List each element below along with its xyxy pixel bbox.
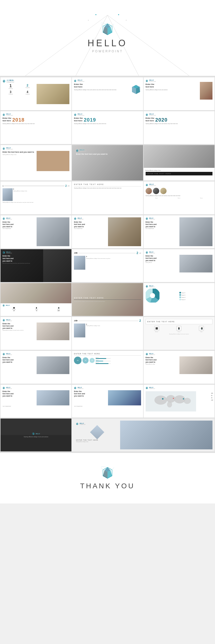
slide-30[interactable]: HELLO POWERPOINT 200 60 40 139 bbox=[144, 385, 214, 418]
step-3-label: 3 bbox=[86, 256, 141, 257]
slide-8[interactable]: HELLO POWERPOINT Enter the text here and… bbox=[72, 145, 143, 180]
enter-text-20: ENTER THE TEXT HERE bbox=[74, 297, 141, 300]
slide-32[interactable]: HELLO POWERPOINT ENTER THE TEXT HERE Sta… bbox=[72, 419, 214, 451]
icon-phone-24: 📱 bbox=[176, 326, 181, 331]
svg-point-5 bbox=[95, 14, 96, 15]
brand-sub-3: POWERPOINT bbox=[149, 81, 156, 82]
slide-16[interactable]: HELLO POWERPOINT Enter thetext here andy… bbox=[1, 249, 71, 282]
svg-marker-54 bbox=[146, 185, 147, 186]
thank-you-slide: THANK YOU bbox=[0, 453, 215, 503]
slide-27[interactable]: HELLO POWERPOINT Enter thetext here andy… bbox=[144, 351, 214, 384]
svg-point-118 bbox=[173, 398, 174, 399]
slide-thumb[interactable]: 入力项目1 POWERPOINT 1 产品介绍 2 产品介绍 3 bbox=[1, 77, 71, 110]
slide-body-9: Starting different college of arts bbox=[145, 170, 213, 171]
gem-icon-30 bbox=[146, 387, 148, 389]
slide-29[interactable]: HELLO POWERPOINT Enter thetext here andy… bbox=[72, 385, 143, 418]
gem-icon-18 bbox=[146, 251, 148, 254]
body-28: TEXT POWERPOINT bbox=[3, 406, 69, 407]
pie-chart-21 bbox=[146, 289, 159, 303]
year-2020: 2020 bbox=[155, 117, 168, 122]
svg-marker-19 bbox=[3, 81, 4, 82]
brand-sub-7: POWERPOINT bbox=[6, 149, 13, 150]
step-num-4: 4 bbox=[3, 185, 3, 187]
svg-line-14 bbox=[112, 24, 114, 26]
slide-11[interactable]: ENTER THE TEXT HERE Starting different c… bbox=[72, 181, 143, 214]
slide-9[interactable]: Starting different college of arts ENTER… bbox=[144, 145, 214, 180]
slide-25[interactable]: HELLO POWERPOINT Enter thetext here andy… bbox=[1, 351, 71, 384]
svg-line-132 bbox=[101, 466, 107, 467]
room-img-22 bbox=[37, 323, 70, 340]
slide-thumb-3[interactable]: HELLO POWERPOINT Enter thetext here Star… bbox=[144, 77, 214, 110]
slides-grid-7: HELLO ⬛ Desktop 24 📱 Phone 72 📲 Tablet 1… bbox=[0, 283, 215, 316]
slide-title-7: Enter the text here and you want to bbox=[3, 151, 36, 153]
slide-14[interactable]: HELLO POWERPOINT Enter thetext here andy… bbox=[72, 215, 143, 248]
title-15: Enter thetext here andyou want to bbox=[146, 221, 179, 228]
step-label-2: 产品介绍 bbox=[25, 87, 30, 88]
slide-12[interactable]: HELLO POWERPOINT Starting different coll… bbox=[144, 181, 214, 214]
laptop-img-15 bbox=[179, 217, 212, 246]
slide-18[interactable]: HELLO POWERPOINT Enter thetext here andy… bbox=[144, 249, 214, 282]
icon-tablet-24: 📲 bbox=[199, 326, 204, 331]
gem-icon-19 bbox=[3, 304, 5, 307]
slide-31[interactable]: HELLO Starting different college of arts… bbox=[1, 419, 71, 451]
slide-image bbox=[37, 84, 70, 104]
svg-point-114 bbox=[167, 401, 172, 407]
slide-5[interactable]: HELLO POWERPOINT Enter thetext here 2019… bbox=[72, 111, 143, 144]
svg-point-7 bbox=[88, 20, 89, 21]
svg-marker-22 bbox=[75, 80, 76, 82]
slide-17[interactable]: 步骤4 2 步骤 3 Starting different college of… bbox=[72, 249, 143, 282]
slide-15[interactable]: HELLO POWERPOINT Enter thetext here andy… bbox=[144, 215, 214, 248]
slide-body-12: Starting different college of arts and s… bbox=[146, 195, 212, 196]
slide-10[interactable]: 4 2 步骤 3 Starting different college of a… bbox=[1, 181, 71, 214]
enter-text-24: ENTER THE TEXT HERE bbox=[147, 321, 211, 323]
col-1: Name bbox=[146, 197, 168, 199]
svg-marker-97 bbox=[147, 354, 148, 355]
slide-6[interactable]: HELLO POWERPOINT Enter thetext here 2020… bbox=[144, 111, 214, 144]
slides-grid-10: HELLO POWERPOINT Enter thetext here andy… bbox=[0, 384, 215, 418]
gem-icon-sm-2 bbox=[74, 80, 76, 82]
slide-26[interactable]: ENTER THE TEXT HERE 01 02 03 Item 1 Item… bbox=[72, 351, 143, 384]
body-31: Starting different college of arts and s… bbox=[24, 436, 48, 438]
brand-sub-8: POWERPOINT bbox=[79, 151, 86, 152]
slide-4[interactable]: HELLO POWERPOINT Enter thetext here 2018… bbox=[1, 111, 71, 144]
slide-title-3: Enter thetext here bbox=[146, 83, 199, 88]
step-2-label: 步骤 bbox=[139, 252, 141, 254]
gem-icon bbox=[101, 23, 114, 36]
svg-marker-57 bbox=[4, 218, 5, 220]
svg-marker-106 bbox=[74, 387, 75, 389]
svg-marker-70 bbox=[3, 252, 4, 254]
title-13: Enter thetext here andyou want to bbox=[3, 221, 36, 228]
slide-22[interactable]: HELLO POWERPOINT Enter thetext here andy… bbox=[1, 317, 71, 350]
slide-title-5: Enter thetext here bbox=[74, 117, 83, 122]
slide-7[interactable]: HELLO POWERPOINT Enter the text here and… bbox=[1, 145, 71, 180]
gem-icon-29 bbox=[74, 387, 76, 389]
icon-monitor-24: ⬛ bbox=[154, 326, 159, 331]
body-22: Starting different college of arts and s… bbox=[3, 330, 36, 331]
slide-img-7 bbox=[37, 151, 70, 171]
svg-point-6 bbox=[118, 14, 119, 15]
slide-23[interactable]: 步骤4 2 3 Starting different college of ar… bbox=[72, 317, 143, 350]
brand-sub-16: POWERPOINT bbox=[6, 253, 12, 254]
svg-marker-101 bbox=[4, 387, 5, 389]
enter-text-32: ENTER THE TEXT HERE bbox=[76, 439, 118, 441]
step-label-4: 产品介绍 bbox=[25, 94, 30, 95]
slide-title-4: Enter thetext here bbox=[3, 117, 11, 122]
street-img-9 bbox=[144, 145, 214, 168]
laptop-18 bbox=[179, 255, 212, 272]
gem-icon-27 bbox=[146, 353, 148, 355]
mountain-28 bbox=[37, 390, 70, 405]
bar-fill-3 bbox=[96, 363, 109, 364]
brand-sub-14: POWERPOINT bbox=[77, 219, 84, 220]
slide-24[interactable]: ENTER THE TEXT HERE ⬛ Monitor 📱 Phone 📲 … bbox=[144, 317, 214, 350]
stat-val-1: 24 bbox=[12, 310, 16, 311]
slide-19[interactable]: HELLO ⬛ Desktop 24 📱 Phone 72 📲 Tablet 1… bbox=[1, 283, 71, 316]
body-14: TEXT POWERPOINT bbox=[74, 228, 107, 229]
slide-28[interactable]: HELLO POWERPOINT Enter thetext here andy… bbox=[1, 385, 71, 418]
brand-sub-18: POWERPOINT bbox=[149, 253, 155, 254]
slide-20[interactable]: ENTER THE TEXT HERE Starting different c… bbox=[72, 283, 143, 316]
slide-21[interactable]: HELLO POWERPOINT Report 1 Report 2 Repor… bbox=[144, 283, 214, 316]
slide-thumb-2[interactable]: HELLO POWERPOINT Enter thetext here Star… bbox=[72, 77, 143, 110]
slide-body-3: Starting different college of arts and s… bbox=[146, 89, 199, 91]
slide-13[interactable]: HELLO POWERPOINT Enter thetext here andy… bbox=[1, 215, 71, 248]
svg-marker-42 bbox=[146, 114, 147, 116]
